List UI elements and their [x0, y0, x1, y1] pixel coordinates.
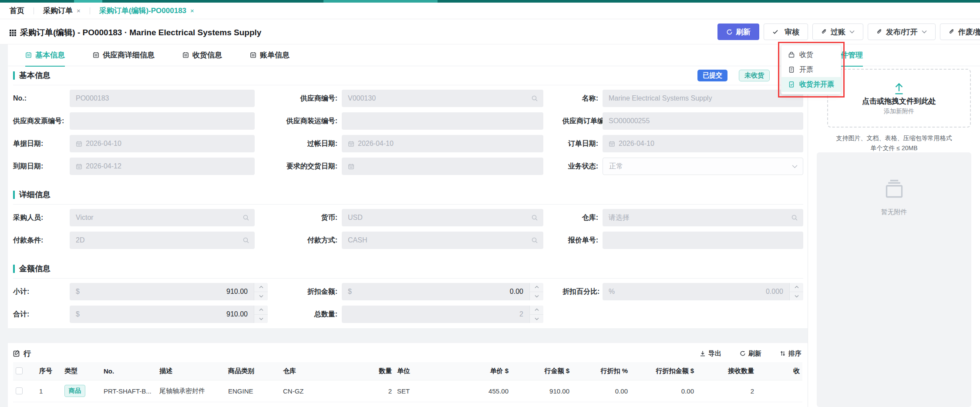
- required-delivery-date-input[interactable]: [342, 158, 543, 175]
- main-panel: 基本信息 供应商详细信息 收货信息 账单信息 基本信息 已提交 未收货 未开票: [8, 44, 808, 407]
- sort-button[interactable]: 排序: [780, 350, 802, 358]
- paperclip-icon: [876, 29, 883, 35]
- table-header-row: 序号 类型 No. 描述 商品类别 仓库 数量 单位 单价 $ 行金额 $ 行折…: [13, 362, 802, 380]
- select-all-checkbox[interactable]: [16, 367, 23, 374]
- tab-receipt-info[interactable]: 收货信息: [182, 44, 222, 66]
- search-icon[interactable]: [531, 95, 538, 102]
- nav-tab-po-edit[interactable]: 采购订单(编辑)-PO000183×: [99, 6, 194, 16]
- number-stepper[interactable]: [529, 283, 543, 300]
- row-checkbox[interactable]: [16, 387, 23, 394]
- number-stepper[interactable]: [254, 306, 268, 323]
- field-label: 付款方式:: [281, 236, 342, 245]
- field-label: 小计:: [13, 287, 70, 296]
- cell-seq: 1: [37, 380, 62, 402]
- search-icon[interactable]: [531, 214, 538, 221]
- payment-method-input[interactable]: CASH: [342, 232, 543, 249]
- page-header: 采购订单(编辑) - PO000183 · Marine Electrical …: [0, 19, 980, 44]
- inbox-icon: [883, 179, 906, 199]
- discount-percent-input[interactable]: %0.000: [603, 283, 803, 300]
- refresh-button[interactable]: 刷新: [717, 24, 759, 40]
- field-label: 供应商装运编号:: [281, 117, 342, 126]
- calendar-icon: [348, 141, 354, 147]
- nav-tab-home[interactable]: 首页: [10, 6, 24, 16]
- col-desc: 描述: [157, 362, 226, 380]
- total-qty-input[interactable]: 2: [342, 306, 543, 323]
- number-stepper[interactable]: [254, 283, 268, 300]
- menu-item-invoice[interactable]: 开票: [781, 62, 841, 77]
- attachment-empty-state: 暂无附件: [817, 152, 971, 407]
- search-icon[interactable]: [791, 214, 798, 221]
- cell-no: PRT-SHAFT-B...: [101, 380, 157, 402]
- payment-terms-input[interactable]: 2D: [70, 232, 255, 249]
- total-input[interactable]: $910.00: [70, 306, 268, 323]
- field-label: 要求的交货日期:: [281, 162, 342, 171]
- currency-input[interactable]: USD: [342, 209, 543, 226]
- menu-item-receive[interactable]: 收货: [781, 47, 841, 62]
- field-label: 仓库:: [562, 213, 603, 222]
- cell-price: 455.00: [446, 380, 511, 402]
- page-title-text: 采购订单(编辑) - PO000183 · Marine Electrical …: [20, 27, 261, 38]
- search-icon[interactable]: [531, 237, 538, 244]
- top-progress-strip: [0, 0, 980, 3]
- menu-item-receive-and-invoice[interactable]: 收货并开票: [781, 77, 841, 92]
- col-no: No.: [101, 362, 157, 380]
- void-cancel-button[interactable]: 作废/撤销: [940, 24, 980, 40]
- vendor-code-input[interactable]: V000130: [342, 90, 543, 107]
- export-button[interactable]: 导出: [700, 350, 721, 358]
- close-icon[interactable]: ×: [77, 7, 81, 14]
- audit-button[interactable]: 审核: [764, 24, 808, 40]
- subtotal-input[interactable]: $910.00: [70, 283, 268, 300]
- screen: 首页 采购订单× 采购订单(编辑)-PO000183× 采购订单(编辑) - P…: [0, 0, 980, 407]
- vendor-order-no-input[interactable]: SO00000255: [603, 112, 803, 130]
- type-badge: 商品: [64, 385, 85, 397]
- publish-open-button[interactable]: 发布/打开: [868, 24, 936, 40]
- post-button[interactable]: 过账: [812, 24, 863, 40]
- number-stepper[interactable]: [529, 306, 543, 323]
- business-status-select[interactable]: 正常: [603, 158, 803, 175]
- lines-header: 行 导出 刷新 排序: [8, 345, 808, 362]
- attachment-panel: 附件管理 点击或拖拽文件到此处 添加新附件 支持图片、文档、表格、压缩包等常用格…: [808, 44, 980, 407]
- status-badge-submitted: 已提交: [697, 70, 727, 81]
- field-label: 折扣百分比:: [562, 287, 603, 296]
- chevron-down-icon: [849, 30, 855, 34]
- posting-date-input[interactable]: 2026-04-10: [342, 135, 543, 152]
- doc-date-input[interactable]: 2026-04-10: [70, 135, 255, 152]
- cell-warehouse: CN-GZ: [280, 380, 354, 402]
- warehouse-input[interactable]: 请选择: [603, 209, 803, 226]
- stepper-down-icon: [530, 314, 543, 323]
- table-refresh-button[interactable]: 刷新: [740, 350, 761, 358]
- col-category: 商品类别: [226, 362, 280, 380]
- due-date-input[interactable]: 2026-04-12: [70, 158, 255, 175]
- discount-amount-input[interactable]: $0.00: [342, 283, 543, 300]
- number-stepper[interactable]: [789, 283, 803, 300]
- vendor-shipment-no-input[interactable]: [342, 112, 543, 130]
- table-row[interactable]: 1 商品 PRT-SHAFT-B... 尾轴轴承密封件 ENGINE CN-GZ…: [13, 380, 802, 402]
- order-date-input[interactable]: 2026-04-10: [603, 135, 803, 152]
- search-icon[interactable]: [242, 237, 249, 244]
- cell-discount-pct: 0.00: [572, 380, 630, 402]
- col-seq: 序号: [37, 362, 62, 380]
- search-icon[interactable]: [242, 214, 249, 221]
- field-label: 业务状态:: [562, 162, 603, 171]
- buyer-input[interactable]: Victor: [70, 209, 255, 226]
- section-detail-header: 详细信息: [13, 185, 803, 205]
- post-dropdown-menu: 收货 开票 收货并开票: [781, 45, 841, 94]
- no-input[interactable]: PO000183: [70, 90, 255, 107]
- vendor-name-input[interactable]: Marine Electrical Systems Supply: [603, 90, 803, 107]
- vendor-invoice-no-input[interactable]: [70, 112, 255, 130]
- refresh-icon: [726, 29, 733, 35]
- field-label: 总数量:: [281, 310, 342, 319]
- form-row: 合计: $910.00 总数量: 2: [8, 306, 808, 323]
- chevron-down-icon: [922, 30, 927, 34]
- upload-dropzone[interactable]: 点击或拖拽文件到此处 添加新附件: [827, 69, 971, 128]
- field-label: 供应商发票编号:: [13, 117, 70, 126]
- tab-basic-info[interactable]: 基本信息: [25, 44, 65, 66]
- dropzone-title: 点击或拖拽文件到此处: [862, 96, 936, 106]
- quote-no-input[interactable]: [603, 232, 803, 249]
- form-row: 小计: $910.00 折扣金额: $0.00 折扣百分比: %0.000: [8, 283, 808, 300]
- close-icon[interactable]: ×: [190, 7, 194, 14]
- tab-billing-info[interactable]: 账单信息: [250, 44, 290, 66]
- tab-vendor-detail[interactable]: 供应商详细信息: [93, 44, 155, 66]
- field-label: 付款条件:: [13, 236, 70, 245]
- nav-tab-purchase-orders[interactable]: 采购订单×: [43, 6, 81, 16]
